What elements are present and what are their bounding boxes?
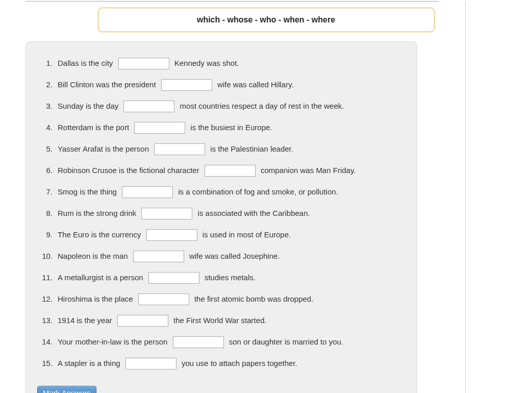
question-text-before: Robinson Crusoe is the fictional charact… — [58, 164, 199, 177]
question-row: 9.The Euro is the currency is used in mo… — [37, 229, 406, 241]
question-text-before: Rum is the strong drink — [58, 207, 136, 219]
question-list: 1.Dallas is the city Kennedy was shot.2.… — [37, 57, 406, 370]
question-text-before: A metallurgist is a person — [58, 272, 143, 284]
question-row: 14.Your mother-in-law is the person son … — [37, 336, 406, 348]
word-bank-text: which - whose - who - when - where — [197, 15, 335, 24]
question-text-after: is associated with the Caribbean. — [198, 207, 310, 219]
question-row: 7.Smog is the thing is a combination of … — [37, 186, 406, 198]
question-text-after: wife was called Hillary. — [217, 79, 294, 91]
mark-answers-label: Mark Answers — [43, 388, 91, 393]
question-row: 13.1914 is the year the First World War … — [37, 314, 406, 327]
exercise-panel: 1.Dallas is the city Kennedy was shot.2.… — [26, 41, 417, 393]
question-text-before: Napoleon is the man — [58, 250, 128, 262]
question-text-after: is used in most of Europe. — [202, 229, 291, 241]
question-text-after: most countries respect a day of rest in … — [180, 100, 344, 112]
question-text-after: studies metals. — [205, 272, 256, 284]
question-number: 9. — [37, 229, 53, 241]
question-number: 7. — [37, 186, 53, 198]
question-row: 2.Bill Clinton was the president wife wa… — [37, 79, 406, 91]
top-divider — [26, 1, 439, 2]
question-text-after: wife was called Josephine. — [189, 250, 280, 262]
question-text-after: the First World War started. — [173, 314, 267, 327]
question-number: 14. — [37, 336, 53, 348]
question-text-before: Dallas is the city — [58, 57, 113, 69]
question-number: 13. — [37, 314, 53, 327]
answer-input[interactable] — [148, 272, 199, 284]
question-text-after: is the Palestinian leader. — [210, 143, 293, 155]
question-text-before: A stapler is a thing — [58, 357, 120, 370]
question-text-after: companion was Man Friday. — [261, 164, 356, 177]
question-text-before: Rotterdam is the port — [58, 121, 129, 134]
question-text-before: Smog is the thing — [58, 186, 117, 198]
sidebar-divider — [465, 1, 466, 393]
question-text-after: Kennedy was shot. — [174, 57, 239, 69]
question-text-before: Hiroshima is the place — [58, 293, 133, 305]
question-number: 10. — [37, 250, 53, 262]
answer-input[interactable] — [205, 165, 256, 177]
question-number: 3. — [37, 100, 53, 112]
answer-input[interactable] — [154, 143, 205, 155]
question-number: 2. — [37, 79, 53, 91]
question-text-after: you use to attach papers together. — [182, 357, 297, 370]
answer-input[interactable] — [134, 122, 185, 134]
question-row: 15.A stapler is a thing you use to attac… — [37, 357, 406, 370]
answer-input[interactable] — [161, 79, 212, 91]
question-text-before: Sunday is the day — [58, 100, 118, 112]
answer-input[interactable] — [138, 293, 189, 305]
answer-input[interactable] — [118, 58, 169, 69]
question-text-before: Your mother-in-law is the person — [58, 336, 167, 348]
question-number: 15. — [37, 357, 53, 370]
question-row: 12.Hiroshima is the place the first atom… — [37, 293, 406, 305]
answer-input[interactable] — [141, 208, 192, 219]
question-text-after: the first atomic bomb was dropped. — [194, 293, 313, 305]
question-number: 12. — [37, 293, 53, 305]
question-text-before: The Euro is the currency — [58, 229, 141, 241]
question-number: 8. — [37, 207, 53, 219]
answer-input[interactable] — [133, 251, 184, 262]
page: which - whose - who - when - where 1.Dal… — [0, 1, 532, 393]
question-text-after: is a combination of fog and smoke, or po… — [178, 186, 338, 198]
question-row: 5.Yasser Arafat is the person is the Pal… — [37, 143, 406, 155]
question-row: 1.Dallas is the city Kennedy was shot. — [37, 57, 406, 69]
question-number: 5. — [37, 143, 53, 155]
answer-input[interactable] — [122, 186, 173, 198]
answer-input[interactable] — [146, 229, 197, 241]
question-number: 4. — [37, 121, 53, 134]
word-bank: which - whose - who - when - where — [98, 8, 435, 32]
mark-answers-button[interactable]: Mark Answers — [37, 386, 96, 393]
answer-input[interactable] — [117, 315, 168, 327]
question-row: 6.Robinson Crusoe is the fictional chara… — [37, 164, 406, 177]
question-row: 4.Rotterdam is the port is the busiest i… — [37, 121, 406, 134]
question-row: 10.Napoleon is the man wife was called J… — [37, 250, 406, 262]
question-row: 8.Rum is the strong drink is associated … — [37, 207, 406, 219]
question-text-before: 1914 is the year — [58, 314, 112, 327]
question-row: 11.A metallurgist is a person studies me… — [37, 272, 406, 284]
question-text-after: is the busiest in Europe. — [190, 121, 272, 134]
question-number: 1. — [37, 57, 53, 69]
answer-input[interactable] — [125, 358, 176, 370]
question-text-before: Yasser Arafat is the person — [58, 143, 149, 155]
question-text-after: son or daughter is married to you. — [229, 336, 343, 348]
question-number: 11. — [37, 272, 53, 284]
answer-input[interactable] — [123, 101, 174, 112]
question-text-before: Bill Clinton was the president — [58, 79, 156, 91]
question-number: 6. — [37, 164, 53, 177]
question-row: 3.Sunday is the day most countries respe… — [37, 100, 406, 112]
answer-input[interactable] — [173, 336, 224, 348]
